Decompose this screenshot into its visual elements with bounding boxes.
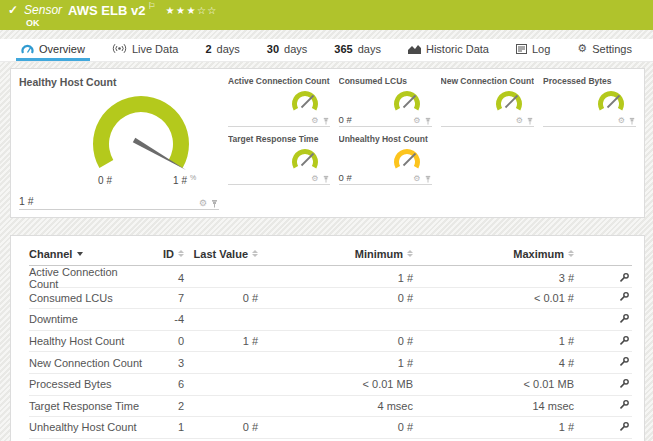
channel-name[interactable]: New Connection Count: [29, 357, 149, 369]
gauge-panel-processed-bytes[interactable]: Processed Bytes ⚙: [543, 76, 636, 127]
channel-name[interactable]: Active Connection Count: [29, 266, 149, 290]
channel-row[interactable]: Target Response Time 2 4 msec 14 msec: [29, 396, 632, 418]
channel-row[interactable]: Downtime -4: [29, 309, 632, 331]
small-gauges-grid: Active Connection Count ⚙ Consumed LCUs …: [228, 76, 636, 210]
column-header-label: Maximum: [513, 248, 564, 260]
gear-icon[interactable]: ⚙: [413, 116, 420, 125]
tab-label: Overview: [39, 43, 85, 55]
column-header-label: ID: [163, 248, 174, 260]
sensor-status-text: OK: [26, 18, 40, 28]
pin-icon[interactable]: [424, 117, 432, 125]
gauge-panel-unhealthy-host-count[interactable]: Unhealthy Host Count 0 # ⚙: [339, 134, 432, 185]
column-header-minimum[interactable]: Minimum: [258, 248, 413, 260]
channel-row[interactable]: Consumed LCUs 7 0 # 0 # < 0.01 #: [29, 288, 632, 310]
gear-icon[interactable]: ⚙: [618, 116, 625, 125]
tab-overview[interactable]: Overview: [16, 39, 90, 61]
pin-icon[interactable]: [628, 117, 636, 125]
channel-row[interactable]: Active Connection Count 4 1 # 3 #: [29, 266, 632, 288]
channels-table-panel: Channel ID Last Value Minimum Maximum Ac…: [10, 235, 645, 441]
channel-row[interactable]: Healthy Host Count 0 1 # 0 # 1 #: [29, 331, 632, 353]
mini-gauge: [489, 86, 529, 114]
tab-historic-data[interactable]: Historic Data: [403, 39, 494, 61]
gauge-panel-target-response-time[interactable]: Target Response Time ⚙: [228, 134, 330, 185]
channel-settings-wrench-icon[interactable]: [619, 335, 630, 346]
tab-label: days: [217, 43, 240, 55]
column-header-last-value[interactable]: Last Value: [184, 248, 258, 260]
channel-settings-wrench-icon[interactable]: [619, 399, 630, 410]
gauge-needle: [301, 154, 313, 166]
channel-minimum: 0 #: [258, 335, 413, 347]
sensor-header: ✓ Sensor AWS ELB v2 ⚐ ★★★☆☆ OK: [0, 0, 653, 30]
channel-id: 0: [149, 335, 184, 347]
column-header-label: Minimum: [355, 248, 403, 260]
gear-icon[interactable]: ⚙: [311, 116, 318, 125]
pin-icon[interactable]: [322, 175, 330, 183]
mini-gauge: [387, 86, 427, 114]
gauge-title: Unhealthy Host Count: [339, 134, 432, 144]
channel-row[interactable]: Processed Bytes 6 < 0.01 MB < 0.01 MB: [29, 374, 632, 396]
tab-label: Live Data: [132, 43, 178, 55]
gauges-panel: Healthy Host Count % 0 # 1 # 1 # ⚙ Activ…: [10, 68, 645, 218]
gauge-title: Consumed LCUs: [339, 76, 432, 86]
gear-icon[interactable]: ⚙: [516, 116, 523, 125]
gauge-panel-new-connection-count[interactable]: New Connection Count ⚙: [441, 76, 535, 127]
gauge-title: Active Connection Count: [228, 76, 330, 86]
table-body: Active Connection Count 4 1 # 3 # Consum…: [29, 266, 632, 439]
channel-settings-wrench-icon[interactable]: [619, 356, 630, 367]
tab-label: Log: [532, 43, 550, 55]
tab-label-number: 30: [267, 43, 279, 55]
pin-icon[interactable]: [526, 117, 534, 125]
channel-settings-wrench-icon[interactable]: [619, 313, 630, 324]
pin-icon[interactable]: [210, 199, 219, 208]
gauge-title: New Connection Count: [441, 76, 535, 86]
tab-30-days[interactable]: 30 days: [262, 39, 313, 61]
object-kind-label: Sensor: [24, 3, 62, 17]
channel-maximum: 4 #: [413, 357, 574, 369]
gear-icon[interactable]: ⚙: [311, 174, 318, 183]
gauge-arc: [292, 91, 318, 110]
primary-gauge-panel[interactable]: Healthy Host Count % 0 # 1 # 1 # ⚙: [19, 76, 219, 210]
mini-gauge: [387, 144, 427, 172]
column-header-id[interactable]: ID: [149, 248, 184, 260]
channel-id: 7: [149, 292, 184, 304]
tab-365-days[interactable]: 365 days: [329, 39, 386, 61]
gauge-title: Healthy Host Count: [19, 76, 219, 88]
tab-2-days[interactable]: 2 days: [200, 39, 244, 61]
column-header-maximum[interactable]: Maximum: [413, 248, 574, 260]
channel-settings-wrench-icon[interactable]: [619, 421, 630, 432]
gauge-scale-max: 1 #: [173, 175, 187, 186]
channel-minimum: 0 #: [258, 421, 413, 433]
gauge-arc: [93, 96, 189, 168]
channel-settings-wrench-icon[interactable]: [619, 378, 630, 389]
priority-stars[interactable]: ★★★☆☆: [165, 5, 217, 16]
gear-icon[interactable]: ⚙: [199, 199, 207, 208]
channel-last-value: 0 #: [184, 292, 258, 304]
channel-name[interactable]: Processed Bytes: [29, 378, 149, 390]
tab-live-data[interactable]: Live Data: [107, 39, 183, 61]
gauge-arc: [496, 91, 522, 110]
gauge-panel-active-connection-count[interactable]: Active Connection Count ⚙: [228, 76, 330, 127]
channel-name[interactable]: Downtime: [29, 313, 149, 325]
sort-toggle-icon[interactable]: [568, 250, 574, 257]
channel-row[interactable]: Unhealthy Host Count 1 0 # 0 # 1 #: [29, 417, 632, 439]
channel-minimum: 1 #: [258, 272, 413, 284]
channel-name[interactable]: Consumed LCUs: [29, 292, 149, 304]
stars-filled[interactable]: ★★★: [165, 5, 196, 16]
priority-flag-icon[interactable]: ⚐: [147, 1, 155, 11]
tab-log[interactable]: Log: [511, 39, 555, 61]
tab-settings[interactable]: ⚙ Settings: [572, 39, 637, 61]
channel-id: 4: [149, 272, 184, 284]
stars-empty[interactable]: ☆☆: [197, 5, 218, 16]
channel-settings-wrench-icon[interactable]: [619, 291, 630, 302]
table-header-row: Channel ID Last Value Minimum Maximum: [29, 242, 632, 266]
gear-icon[interactable]: ⚙: [413, 174, 420, 183]
channel-name[interactable]: Unhealthy Host Count: [29, 421, 149, 433]
pin-icon[interactable]: [424, 175, 432, 183]
channel-name[interactable]: Healthy Host Count: [29, 335, 149, 347]
pin-icon[interactable]: [322, 117, 330, 125]
channel-row[interactable]: New Connection Count 3 1 # 4 #: [29, 352, 632, 374]
channel-settings-wrench-icon[interactable]: [619, 272, 630, 283]
channel-name[interactable]: Target Response Time: [29, 400, 149, 412]
column-header-channel[interactable]: Channel: [29, 248, 149, 260]
gauge-panel-consumed-lcus[interactable]: Consumed LCUs 0 # ⚙: [339, 76, 432, 127]
